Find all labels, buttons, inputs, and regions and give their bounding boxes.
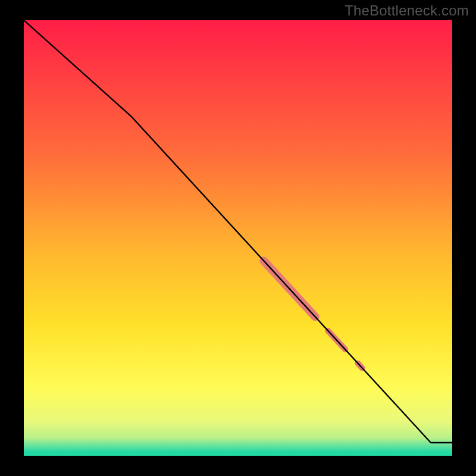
plot-background — [24, 20, 452, 456]
chart-svg — [0, 0, 476, 476]
watermark-text: TheBottleneck.com — [345, 2, 469, 19]
chart-stage: TheBottleneck.com — [0, 0, 476, 476]
